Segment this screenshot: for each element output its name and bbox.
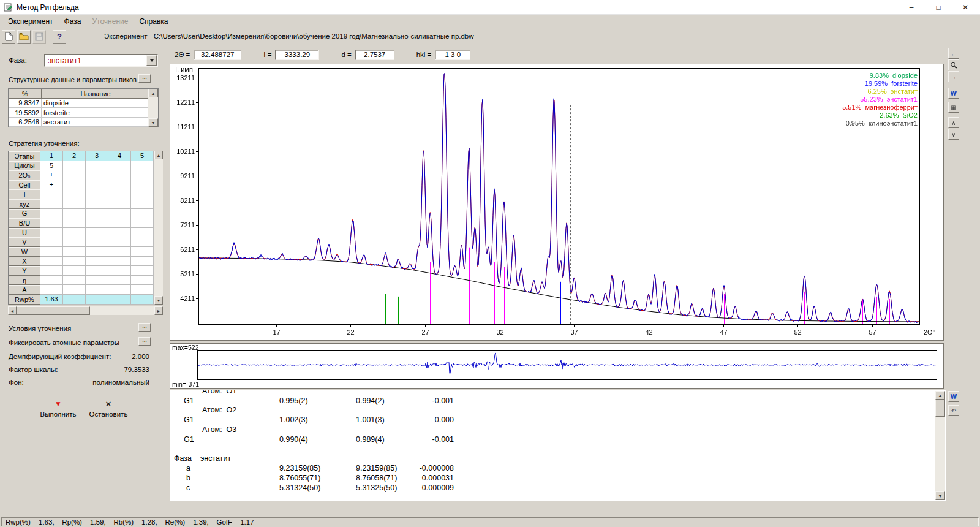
strategy-stage-header[interactable]: 1 (40, 151, 63, 161)
strategy-cell[interactable] (108, 237, 131, 247)
strategy-horizontal-scrollbar[interactable]: ◄ ► (8, 306, 163, 315)
output-scrollbar[interactable]: ▲ ▼ (935, 391, 945, 500)
strategy-cell[interactable] (63, 257, 86, 267)
scrollbar-thumb[interactable] (17, 306, 90, 315)
strategy-cell[interactable] (131, 295, 154, 305)
strategy-cell[interactable] (40, 266, 63, 276)
zoom-icon[interactable] (948, 59, 959, 70)
scrollbar-track[interactable] (148, 97, 158, 118)
phase-table-header-name[interactable]: Название (42, 89, 149, 99)
strategy-cell[interactable] (63, 218, 86, 228)
strategy-cell[interactable] (108, 218, 131, 228)
scroll-right-icon[interactable]: → (948, 71, 959, 82)
close-button[interactable]: ✕ (952, 0, 979, 15)
strategy-cell[interactable] (108, 209, 131, 219)
minimize-button[interactable]: – (898, 0, 925, 15)
strategy-cell[interactable] (63, 170, 86, 180)
strategy-cell[interactable] (40, 228, 63, 238)
strategy-row-label-Rwp%[interactable]: Rwp% (9, 295, 40, 305)
strategy-cell[interactable] (63, 228, 86, 238)
strategy-cell[interactable] (108, 180, 131, 190)
strategy-cell[interactable] (131, 285, 154, 295)
strategy-cell[interactable] (86, 189, 108, 199)
strategy-cell[interactable] (40, 276, 63, 286)
strategy-cell[interactable]: 1.63 (40, 295, 63, 305)
strategy-cell[interactable] (40, 189, 63, 199)
scrollbar-track[interactable] (154, 159, 163, 296)
strategy-cell[interactable] (131, 218, 154, 228)
strategy-stage-header[interactable]: 4 (108, 151, 131, 161)
word-export-icon[interactable]: W (948, 88, 959, 99)
save-button[interactable] (32, 30, 46, 44)
help-button[interactable]: ? (53, 30, 66, 44)
strategy-row-label-X[interactable]: X (9, 257, 40, 267)
strategy-cell[interactable] (40, 247, 63, 257)
intensity-field[interactable]: 3333.29 (275, 50, 319, 60)
strategy-row-label-T[interactable]: T (9, 189, 40, 199)
scroll-down-icon[interactable]: ▼ (148, 118, 158, 127)
strategy-stage-header[interactable]: 5 (131, 151, 154, 161)
strategy-cell[interactable] (63, 199, 86, 209)
phase-row-forsterite[interactable]: 19.5892forsterite (9, 108, 158, 117)
strategy-cell[interactable] (131, 209, 154, 219)
strategy-row-label-η[interactable]: η (9, 276, 40, 286)
strategy-stage-header[interactable]: 2 (63, 151, 86, 161)
strategy-cell[interactable] (86, 170, 108, 180)
strategy-row-label-2Θ₀[interactable]: 2Θ₀ (9, 170, 40, 180)
strategy-cell[interactable] (86, 247, 108, 257)
strategy-cell[interactable] (108, 257, 131, 267)
menu-experiment[interactable]: Эксперимент (2, 16, 59, 27)
menu-help[interactable]: Справка (134, 16, 173, 27)
strategy-row-label-V[interactable]: V (9, 237, 40, 247)
title-bar[interactable]: Метод Ритфельда – □ ✕ (0, 0, 980, 15)
strategy-cell[interactable] (86, 266, 108, 276)
strategy-vertical-scrollbar[interactable]: ▲ ▼ (154, 151, 163, 305)
strategy-cell[interactable] (131, 276, 154, 286)
strategy-cell[interactable]: + (40, 180, 63, 190)
phase-table-scrollbar[interactable]: ▲ ▼ (148, 89, 158, 127)
scrollbar-track[interactable] (90, 306, 154, 315)
strategy-cell[interactable] (108, 295, 131, 305)
strategy-cell[interactable] (40, 218, 63, 228)
strategy-cell[interactable] (86, 161, 108, 171)
strategy-cell[interactable] (63, 161, 86, 171)
strategy-row-label-U[interactable]: U (9, 228, 40, 238)
strategy-cell[interactable] (86, 180, 108, 190)
new-file-button[interactable] (2, 30, 15, 44)
strategy-cell[interactable] (108, 266, 131, 276)
strategy-cell[interactable] (108, 228, 131, 238)
strategy-cell[interactable] (131, 257, 154, 267)
strategy-row-label-G[interactable]: G (9, 209, 40, 219)
chevron-up-icon[interactable]: ∧ (948, 117, 959, 128)
strategy-cell[interactable] (108, 189, 131, 199)
strategy-cell[interactable] (131, 170, 154, 180)
strategy-cell[interactable] (63, 180, 86, 190)
strategy-cell[interactable] (131, 199, 154, 209)
strategy-cell[interactable] (40, 209, 63, 219)
strategy-row-label-xyz[interactable]: xyz (9, 199, 40, 209)
strategy-cell[interactable] (131, 247, 154, 257)
scroll-left-icon[interactable]: ◄ (8, 306, 17, 315)
strategy-cell[interactable] (63, 237, 86, 247)
strategy-cell[interactable] (86, 228, 108, 238)
strategy-cell[interactable] (131, 228, 154, 238)
strategy-cell[interactable] (86, 237, 108, 247)
strategy-cell[interactable] (131, 161, 154, 171)
strategy-row-label-A[interactable]: A (9, 285, 40, 295)
strategy-stage-header[interactable]: 3 (86, 151, 108, 161)
strategy-cell[interactable] (63, 295, 86, 305)
phase-table-header-percent[interactable]: % (9, 89, 42, 99)
strategy-cell[interactable] (63, 276, 86, 286)
strategy-cell[interactable] (108, 276, 131, 286)
xrd-chart-canvas[interactable] (170, 64, 943, 340)
strategy-cell[interactable] (108, 161, 131, 171)
strategy-cell[interactable] (86, 276, 108, 286)
strategy-cell[interactable]: 5 (40, 161, 63, 171)
strategy-row-label-Y[interactable]: Y (9, 266, 40, 276)
two-theta-field[interactable]: 32.488727 (194, 50, 241, 60)
strategy-cell[interactable] (63, 247, 86, 257)
strategy-cell[interactable] (86, 199, 108, 209)
strategy-row-label-Циклы[interactable]: Циклы (9, 161, 40, 171)
d-spacing-field[interactable]: 2.7537 (355, 50, 394, 60)
strategy-row-label-Cell[interactable]: Cell (9, 180, 40, 190)
